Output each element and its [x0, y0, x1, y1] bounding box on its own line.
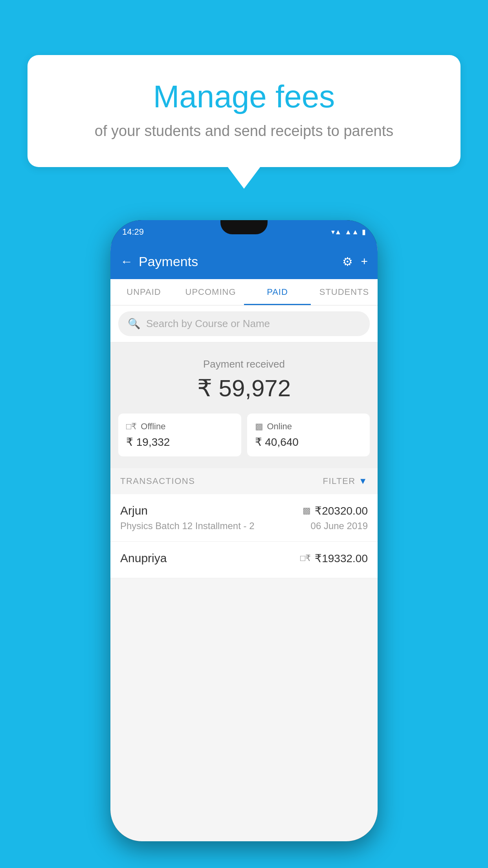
transaction-name: Arjun [120, 504, 148, 517]
transaction-bottom: Physics Batch 12 Installment - 2 06 June… [120, 520, 368, 531]
transaction-date: 06 June 2019 [311, 520, 368, 531]
offline-icon: □₹ [126, 421, 137, 432]
transaction-name: Anupriya [120, 552, 167, 565]
speech-bubble-container: Manage fees of your students and send re… [28, 55, 460, 167]
app-header: ← Payments ⚙ + [110, 244, 378, 279]
status-time: 14:29 [122, 227, 144, 237]
status-icons: ▾▲ ▲▲ ▮ [331, 228, 366, 236]
transaction-top: Arjun ▩ ₹20320.00 [120, 504, 368, 517]
transaction-course: Physics Batch 12 Installment - 2 [120, 520, 254, 531]
transaction-offline-icon: □₹ [300, 553, 311, 563]
offline-card-header: □₹ Offline [126, 421, 233, 432]
filter-icon: ▼ [359, 476, 368, 486]
transaction-row[interactable]: Anupriya □₹ ₹19332.00 [110, 542, 378, 578]
phone-frame: 14:29 ▾▲ ▲▲ ▮ ← Payments ⚙ + UNPAID [110, 220, 378, 841]
search-container: 🔍 Search by Course or Name [110, 305, 378, 342]
transactions-label: TRANSACTIONS [120, 476, 195, 486]
header-left: ← Payments [120, 254, 198, 269]
tabs-container: UNPAID UPCOMING PAID STUDENTS [110, 279, 378, 305]
transaction-amount: ₹20320.00 [315, 504, 368, 517]
header-right: ⚙ + [342, 255, 368, 268]
payment-total-amount: ₹ 59,972 [118, 374, 370, 402]
app-screen: ← Payments ⚙ + UNPAID UPCOMING PAID STUD… [110, 244, 378, 841]
transaction-amount-container: ▩ ₹20320.00 [303, 504, 368, 517]
search-input[interactable]: Search by Course or Name [146, 318, 270, 330]
payment-summary: Payment received ₹ 59,972 □₹ Offline ₹ 1… [110, 342, 378, 468]
speech-bubble-title: Manage fees [47, 79, 441, 115]
transaction-amount: ₹19332.00 [315, 552, 368, 565]
payment-cards: □₹ Offline ₹ 19,332 ▩ Online ₹ 40,640 [118, 414, 370, 456]
tab-paid[interactable]: PAID [244, 279, 311, 305]
online-label: Online [267, 421, 292, 432]
settings-icon[interactable]: ⚙ [342, 255, 353, 268]
online-icon: ▩ [255, 421, 263, 432]
search-bar[interactable]: 🔍 Search by Course or Name [118, 311, 370, 336]
speech-bubble: Manage fees of your students and send re… [28, 55, 460, 167]
transaction-row[interactable]: Arjun ▩ ₹20320.00 Physics Batch 12 Insta… [110, 494, 378, 542]
add-icon[interactable]: + [361, 255, 368, 268]
tab-upcoming[interactable]: UPCOMING [177, 279, 244, 305]
signal-icon: ▲▲ [345, 228, 359, 236]
status-bar: 14:29 ▾▲ ▲▲ ▮ [110, 220, 378, 244]
online-card-header: ▩ Online [255, 421, 362, 432]
transactions-header: TRANSACTIONS FILTER ▼ [110, 468, 378, 494]
battery-icon: ▮ [362, 228, 366, 236]
transaction-top: Anupriya □₹ ₹19332.00 [120, 552, 368, 565]
filter-button[interactable]: FILTER ▼ [323, 476, 368, 486]
tab-unpaid[interactable]: UNPAID [110, 279, 177, 305]
online-payment-card: ▩ Online ₹ 40,640 [247, 414, 370, 456]
notch [220, 220, 268, 234]
wifi-icon: ▾▲ [331, 228, 342, 236]
offline-amount: ₹ 19,332 [126, 436, 233, 449]
speech-bubble-subtitle: of your students and send receipts to pa… [47, 123, 441, 140]
payment-received-label: Payment received [118, 358, 370, 370]
transaction-amount-container: □₹ ₹19332.00 [300, 552, 368, 565]
search-icon: 🔍 [128, 318, 140, 330]
page-title: Payments [139, 254, 198, 269]
offline-label: Offline [141, 421, 165, 432]
transaction-online-icon: ▩ [303, 506, 311, 516]
back-button[interactable]: ← [120, 254, 133, 269]
offline-payment-card: □₹ Offline ₹ 19,332 [118, 414, 241, 456]
tab-students[interactable]: STUDENTS [311, 279, 378, 305]
online-amount: ₹ 40,640 [255, 436, 362, 449]
